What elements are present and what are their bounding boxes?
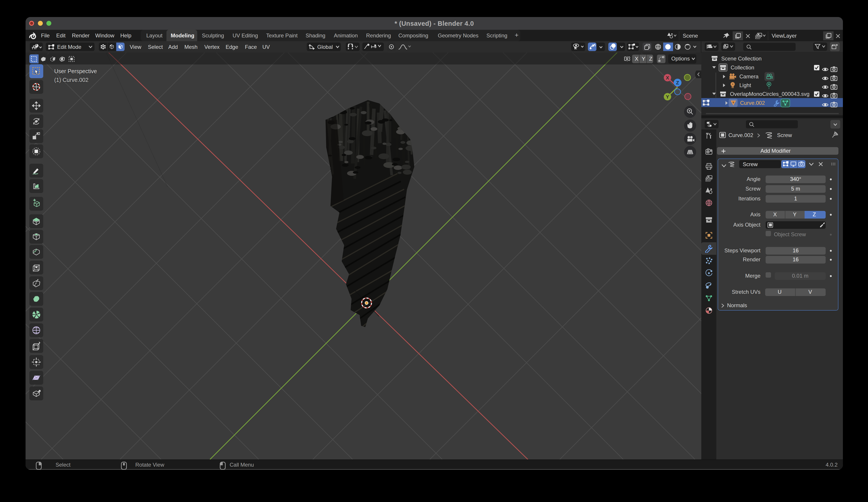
svg-text:Y: Y <box>666 94 669 100</box>
svg-text:Z: Z <box>676 80 679 85</box>
svg-text:X: X <box>666 75 669 81</box>
